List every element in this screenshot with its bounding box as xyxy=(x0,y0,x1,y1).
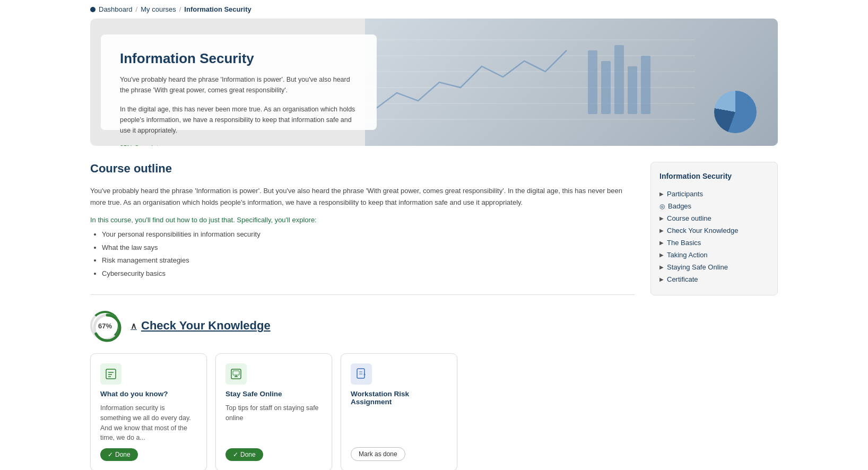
hero-background-image xyxy=(365,19,778,146)
sidebar-item-label: Staying Safe Online xyxy=(667,263,728,271)
arrow-icon: ▶ xyxy=(659,240,664,246)
cyk-title-text: Check Your Knowledge xyxy=(141,319,271,333)
hero-content-box: Information Security You've probably hea… xyxy=(101,34,377,130)
hero-title: Information Security xyxy=(120,50,358,67)
svg-rect-7 xyxy=(601,61,611,114)
sidebar-item-badges[interactable]: ◎ Badges xyxy=(659,200,769,212)
breadcrumb-mycourses[interactable]: My courses xyxy=(141,5,176,13)
sidebar-item-certificate[interactable]: ▶ Certificate xyxy=(659,273,769,285)
card-icon-quiz xyxy=(100,363,121,385)
arrow-icon: ▶ xyxy=(659,228,664,233)
check-your-knowledge-section: 67% ∧ Check Your Knowledge What do you k… xyxy=(0,311,868,470)
breadcrumb-current: Information Security xyxy=(184,5,251,13)
cards-grid: What do you know? Information security i… xyxy=(90,353,778,470)
section-divider xyxy=(90,294,635,295)
hero-desc: You've probably heard the phrase 'Inform… xyxy=(120,74,358,95)
course-outline-title: Course outline xyxy=(90,162,635,176)
checkmark-icon: ✓ xyxy=(233,451,238,458)
sidebar-item-label: Certificate xyxy=(667,275,698,283)
progress-circle: 67% xyxy=(90,311,120,341)
main-layout: Course outline You've probably heard the… xyxy=(0,146,868,311)
card-workstation-risk: Workstation Risk Assignment Mark as done xyxy=(341,353,457,470)
mark-done-label: Mark as done xyxy=(359,450,397,458)
hero-desc2: In the digital age, this has never been … xyxy=(120,104,358,136)
arrow-icon: ▶ xyxy=(659,276,664,282)
outline-item: Cybersecurity basics xyxy=(102,268,635,279)
sidebar-item-label: Participants xyxy=(667,190,703,198)
card-icon-assignment xyxy=(351,363,372,385)
sidebar-title: Information Security xyxy=(659,172,769,180)
sidebar-item-staying-safe-online[interactable]: ▶ Staying Safe Online xyxy=(659,261,769,273)
sidebar-item-taking-action[interactable]: ▶ Taking Action xyxy=(659,249,769,261)
card-title: What do you know? xyxy=(100,390,197,398)
arrow-icon: ▶ xyxy=(659,264,664,270)
done-button[interactable]: ✓ Done xyxy=(100,448,138,461)
nav-dot xyxy=(90,7,96,12)
sidebar-item-course-outline[interactable]: ▶ Course outline xyxy=(659,212,769,224)
card-what-do-you-know: What do you know? Information security i… xyxy=(90,353,207,470)
card-desc: Top tips for staff on staying safe onlin… xyxy=(225,403,322,443)
sidebar-item-label: Check Your Knowledge xyxy=(667,227,738,234)
done-button[interactable]: ✓ Done xyxy=(225,448,263,461)
breadcrumb: Dashboard / My courses / Information Sec… xyxy=(0,0,868,19)
hero-chart-bg xyxy=(365,19,778,146)
pie-chart-visual xyxy=(714,91,757,133)
svg-rect-21 xyxy=(357,369,364,378)
cyk-title[interactable]: ∧ Check Your Knowledge xyxy=(131,319,271,333)
svg-rect-10 xyxy=(641,56,650,114)
done-label: Done xyxy=(115,451,131,458)
card-title: Stay Safe Online xyxy=(225,390,322,398)
card-desc xyxy=(351,411,447,442)
explore-title: In this course, you'll find out how to d… xyxy=(90,216,635,224)
card-icon-quiz2 xyxy=(225,363,247,385)
hero-banner: Information Security You've probably hea… xyxy=(90,19,778,146)
collapse-icon[interactable]: ∧ xyxy=(131,321,137,331)
arrow-icon: ▶ xyxy=(659,252,664,258)
sidebar-item-label: Course outline xyxy=(667,214,711,222)
sidebar-item-participants[interactable]: ▶ Participants xyxy=(659,188,769,200)
sidebar-item-label: Taking Action xyxy=(667,251,708,259)
sidebar-item-check-your-knowledge[interactable]: ▶ Check Your Knowledge xyxy=(659,224,769,237)
outline-item: Your personal responsibilities in inform… xyxy=(102,229,635,240)
arrow-icon: ▶ xyxy=(659,215,664,221)
badge-icon: ◎ xyxy=(659,203,665,210)
sidebar-item-the-basics[interactable]: ▶ The Basics xyxy=(659,237,769,249)
outline-list: Your personal responsibilities in inform… xyxy=(90,229,635,278)
card-stay-safe-online: Stay Safe Online Top tips for staff on s… xyxy=(215,353,332,470)
sidebar-box: Information Security ▶ Participants ◎ Ba… xyxy=(650,162,778,295)
progress-label: 25% Complete xyxy=(120,144,358,146)
breadcrumb-dashboard[interactable]: Dashboard xyxy=(99,5,133,13)
arrow-icon: ▶ xyxy=(659,191,664,197)
sidebar-item-label: The Basics xyxy=(667,239,701,247)
sidebar-item-label: Badges xyxy=(668,202,691,210)
outline-item: Risk management strategies xyxy=(102,255,635,266)
mark-as-done-button[interactable]: Mark as done xyxy=(351,447,405,461)
course-outline-desc1: You've probably heard the phrase 'Inform… xyxy=(90,185,635,208)
card-title: Workstation Risk Assignment xyxy=(351,390,447,406)
svg-rect-13 xyxy=(106,369,116,379)
svg-rect-8 xyxy=(614,45,624,114)
outline-item: What the law says xyxy=(102,242,635,253)
svg-rect-6 xyxy=(588,50,597,114)
breadcrumb-sep1: / xyxy=(136,5,138,13)
sidebar: Information Security ▶ Participants ◎ Ba… xyxy=(650,162,778,295)
card-desc: Information security is something we all… xyxy=(100,403,197,443)
breadcrumb-sep2: / xyxy=(179,5,181,13)
checkmark-icon: ✓ xyxy=(108,451,113,458)
main-content: Course outline You've probably heard the… xyxy=(90,162,635,311)
svg-rect-9 xyxy=(628,66,637,114)
done-label: Done xyxy=(240,451,256,458)
cyk-header: 67% ∧ Check Your Knowledge xyxy=(90,311,778,341)
